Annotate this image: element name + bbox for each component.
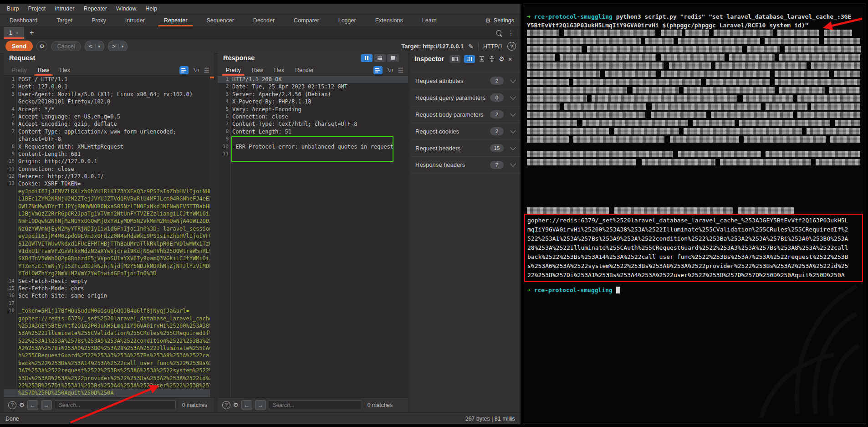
main-tab[interactable]: Target <box>47 15 82 26</box>
inspector-section[interactable]: Request headers 15 <box>410 139 521 156</box>
response-view-tab[interactable]: Hex <box>269 65 290 75</box>
menu-item[interactable]: Help <box>141 4 161 13</box>
code-line[interactable]: V1dxU1FTamVPZGxWTkxMdzN2aXYwVjcrai9KdjNS… <box>4 247 214 255</box>
response-view-tab[interactable]: Render <box>290 65 319 75</box>
code-line[interactable]: L1BEc1ZYM2NRMjU2M2ZTejJVYUJZTVdQRVBvRlU4… <box>4 195 214 202</box>
gear-icon[interactable]: ⚙ <box>19 401 25 408</box>
code-line[interactable]: 1 POST / HTTP/1.1 <box>4 76 214 83</box>
code-line[interactable]: A2%253A%257Bi%253A0%253BO%253A28%253A%25… <box>4 345 214 352</box>
main-tab[interactable]: Proxy <box>82 15 116 26</box>
editor-menu-icon[interactable]: ☰ <box>204 67 209 74</box>
send-button[interactable]: Send <box>5 41 33 52</box>
back-history-button[interactable]: < ▾ <box>85 41 104 52</box>
code-line[interactable]: 14 Sec-Fetch-Dest: empty <box>4 278 214 285</box>
code-line[interactable]: Gecko/20100101 Firefox/102.0 <box>4 98 214 105</box>
code-line[interactable]: 6 Accept-Encoding: gzip, deflate <box>4 120 214 128</box>
inspector-settings-icon[interactable]: ⚙ <box>499 55 505 62</box>
forward-history-button[interactable]: > ▾ <box>108 41 128 52</box>
main-tab[interactable]: Sequencer <box>197 15 243 26</box>
more-menu-icon[interactable]: ⋮ <box>508 29 514 36</box>
code-line[interactable]: 3 Server: Apache/2.4.56 (Debian) <box>218 91 408 98</box>
add-tab-button[interactable]: + <box>24 27 39 39</box>
collapse-all-icon[interactable] <box>479 56 485 62</box>
code-line[interactable]: charset=UTF-8 <box>4 135 214 143</box>
search-input[interactable] <box>269 400 361 410</box>
code-line[interactable]: 18 _token=5H1j17BfHOuSuduM06isug6QQJB4u6… <box>4 307 214 314</box>
code-line[interactable]: 8 X-Requested-With: XMLHttpRequest <box>4 143 214 150</box>
expand-all-icon[interactable] <box>489 56 495 62</box>
terminal-window[interactable]: ➜ rce-protocol-smuggling python3 script.… <box>523 4 866 423</box>
inspector-dock-right-button[interactable] <box>464 55 475 63</box>
request-scrollbar[interactable] <box>210 76 214 397</box>
inspector-section[interactable]: Response headers 7 <box>410 156 521 173</box>
inspector-section[interactable]: Request attributes 2 <box>410 72 521 89</box>
code-line[interactable]: 7 Content-Type: application/x-www-form-u… <box>4 128 214 135</box>
code-line[interactable]: NmFiODgwN2NhNjMzNGYxOGQwMjQxYWIyMDM5N2Vk… <box>4 217 214 225</box>
help-icon[interactable]: ? <box>507 42 516 51</box>
response-editor[interactable]: 1 HTTP/1.1 200 OK 2 Date: Tue, 25 Apr 20… <box>218 76 408 397</box>
send-options-button[interactable]: ⚙ <box>36 41 47 52</box>
code-line[interactable]: YTdlOWZhYzg2NmVlM2VmY2YwIiwidGFnIjoiIn0%… <box>4 270 214 277</box>
soft-wrap-icon[interactable] <box>179 66 189 74</box>
code-line[interactable]: 53Bs%253A8%253A%2522provider%2522%253Bs%… <box>4 375 214 382</box>
inspector-section[interactable]: Request query parameters 0 <box>410 89 521 106</box>
code-line[interactable]: 12 Referer: http://127.0.0.1/ <box>4 173 214 180</box>
search-icon[interactable] <box>496 30 501 36</box>
inspector-section[interactable]: Request body parameters 2 <box>410 106 521 123</box>
main-tab[interactable]: Comparer <box>284 15 329 26</box>
main-tab[interactable]: Logger <box>329 15 366 26</box>
code-line[interactable]: 3A7%253A%2522request%2522%253Bs%253A6%25… <box>4 367 214 374</box>
terminal-prompt[interactable]: ➜ rce-protocol-smuggling <box>527 287 620 293</box>
code-line[interactable]: 6 Connection: close <box>218 113 408 120</box>
code-line[interactable]: OW1ZNnMwVDYrT1JPYjRMOWNOR0NxaS85NzlIN0Ex… <box>4 203 214 210</box>
code-line[interactable]: 53A%2522Illuminate%255CValidation%255CRu… <box>4 329 214 337</box>
menu-item[interactable]: Intruder <box>51 4 78 13</box>
code-line[interactable]: 10 -ERR Protocol error: unbalanced quote… <box>218 143 408 150</box>
help-icon[interactable]: ? <box>222 401 230 409</box>
code-line[interactable]: 3 User-Agent: Mozilla/5.0 (X11; Linux x8… <box>4 91 214 98</box>
code-line[interactable]: 5 Accept-Language: en-US,en;q=0.5 <box>4 113 214 120</box>
single-layout-button[interactable] <box>387 54 399 62</box>
request-view-tab[interactable]: Hex <box>55 65 76 75</box>
menu-item[interactable]: Window <box>112 4 140 13</box>
menu-item[interactable]: Burp <box>3 4 23 13</box>
inspector-dock-left-button[interactable] <box>449 55 460 63</box>
code-line[interactable]: eyJpdiI6IjJFMVZLRXlzb0hYU1R1K1Z3YXFaQ3c9… <box>4 188 214 195</box>
code-line[interactable]: 11 Connection: close <box>4 165 214 173</box>
code-line[interactable]: 16 Sec-Fetch-Site: same-origin <box>4 292 214 299</box>
code-line[interactable]: 10 Origin: http://127.0.0.1 <box>4 158 214 165</box>
code-line[interactable]: gopher://redis:6379/_set%2520laravel_dat… <box>4 315 214 322</box>
editor-menu-icon[interactable]: ☰ <box>398 67 403 74</box>
code-line[interactable]: 4 Accept: */* <box>4 106 214 113</box>
code-line[interactable]: S1ZQWTVITWUwVkdxd1FUcEFMTHBjTThBaUMraTlk… <box>4 240 214 247</box>
code-line[interactable]: YTZmYzE1YmNjYjI5ZTczODJkNzhjNjdjM2Y5NDJk… <box>4 262 214 270</box>
code-line[interactable]: SXB4TnV5WWh0Q2pBRnhzdE5jVVpoSU1aYXV6Ty9o… <box>4 255 214 262</box>
code-line[interactable]: 15 Sec-Fetch-Mode: cors <box>4 285 214 292</box>
gear-icon[interactable]: ⚙ <box>233 401 239 408</box>
code-line[interactable]: 5 Vary: Accept-Encoding <box>218 106 408 113</box>
main-tab[interactable]: Repeater <box>154 15 197 26</box>
code-line[interactable]: 4 X-Powered-By: PHP/8.1.18 <box>218 98 408 105</box>
code-line[interactable]: 22%253B%257Di%253A1%253Bs%253A4%253A%252… <box>4 382 214 389</box>
code-line[interactable]: 9 <box>218 135 408 143</box>
show-newlines-icon[interactable]: \n <box>193 67 199 73</box>
code-line[interactable]: eyJpdiI6IjM4M0ZpdG9EVmJxOFdzZ0N4eHdaWkE9… <box>4 232 214 240</box>
columns-layout-button[interactable] <box>361 54 373 62</box>
code-line[interactable]: 522%253A1%253A%257Bs%253A9%253A%2522cond… <box>4 337 214 345</box>
next-match-button[interactable]: → <box>255 400 266 410</box>
soft-wrap-icon[interactable] <box>373 66 383 74</box>
code-line[interactable]: 17 <box>4 300 214 307</box>
request-view-tab[interactable]: Pretty <box>6 65 32 75</box>
code-line[interactable]: %257D%250D%250Aquit%250D%250A <box>4 389 214 396</box>
code-line[interactable]: NzQzYWVmNjEyM2MyYTRjNDIyIiwidGFnIjoiIn0%… <box>4 225 214 232</box>
code-line[interactable]: 2 Date: Tue, 25 Apr 2023 02:15:12 GMT <box>218 83 408 90</box>
response-view-tab[interactable]: Raw <box>246 65 269 75</box>
cancel-button[interactable]: Cancel <box>51 41 81 52</box>
prev-match-button[interactable]: ← <box>27 400 38 410</box>
settings-button[interactable]: ⚙ Settings <box>485 15 521 26</box>
code-line[interactable]: h%255CRequestGuard%2522%253A3%253A%257Bs… <box>4 352 214 359</box>
main-tab[interactable]: Learn <box>413 15 446 26</box>
menu-item[interactable]: Repeater <box>79 4 111 13</box>
code-line[interactable]: 2 Host: 127.0.0.1 <box>4 83 214 90</box>
response-view-tab[interactable]: Pretty <box>220 65 246 75</box>
